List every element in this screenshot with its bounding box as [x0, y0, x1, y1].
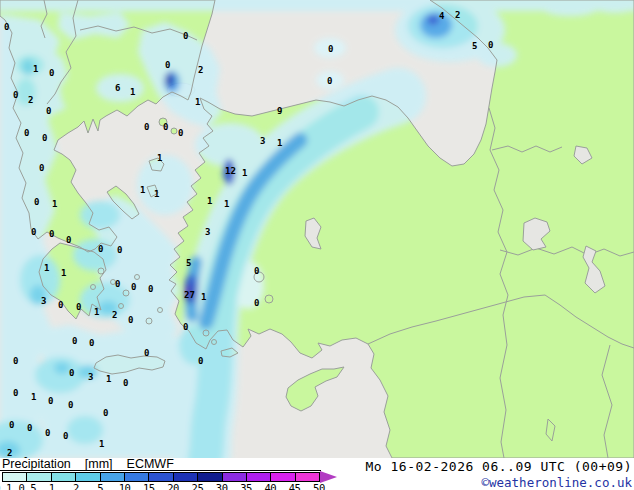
legend-bar: Precipitation [mm] ECMWF 0.10.5125101520… [0, 458, 634, 490]
value-label: 0 [115, 279, 120, 289]
value-label: 0 [46, 106, 51, 116]
value-label: 1 [44, 263, 49, 273]
value-label: 0 [48, 396, 53, 406]
value-label: 0 [128, 315, 133, 325]
legend-tick-label: 45 [289, 482, 301, 490]
value-label: 0 [328, 44, 333, 54]
value-label: 0 [254, 298, 259, 308]
legend-tick-label: 1 [49, 482, 55, 490]
value-label: 0 [34, 197, 39, 207]
value-label: 0 [89, 338, 94, 348]
value-label: 0 [144, 348, 149, 358]
value-label: 1 [195, 97, 200, 107]
value-label: 0 [27, 423, 32, 433]
value-label: 2 [112, 310, 117, 320]
value-label: 1 [207, 196, 212, 206]
value-label: 0 [183, 322, 188, 332]
value-label: 0 [163, 122, 168, 132]
value-label: 1 [154, 189, 159, 199]
value-label: 1 [94, 307, 99, 317]
value-label: 0 [198, 356, 203, 366]
value-label: 0 [144, 122, 149, 132]
value-label: 9 [277, 106, 282, 116]
value-label: 27 [184, 290, 195, 300]
legend-underline [0, 470, 321, 471]
legend-color-segment [124, 473, 148, 481]
value-label: 0 [178, 128, 183, 138]
footer-copyright: ©weatheronline.co.uk [481, 475, 632, 490]
value-label: 0 [45, 428, 50, 438]
value-label: 0 [117, 245, 122, 255]
value-label: 0 [76, 302, 81, 312]
value-label: 1 [224, 199, 229, 209]
value-label: 3 [88, 372, 93, 382]
value-label: 1 [61, 268, 66, 278]
value-label: 3 [41, 296, 46, 306]
value-label: 1 [157, 153, 162, 163]
value-label: 1 [33, 64, 38, 74]
value-label: 4 [439, 11, 445, 21]
legend-tick-label: 50 [313, 482, 325, 490]
value-label: 0 [488, 40, 493, 50]
value-label: 0 [183, 31, 188, 41]
footer-datetime: Mo 16-02-2026 06..09 UTC (00+09) [366, 459, 632, 474]
legend-color-segment [26, 473, 50, 481]
value-label: 0 [9, 420, 14, 430]
value-label: 0 [68, 400, 73, 410]
legend-color-segment [270, 473, 294, 481]
value-label: 1 [31, 392, 36, 402]
value-label: 0 [123, 378, 128, 388]
value-label: 0 [24, 128, 29, 138]
legend-color-segment [222, 473, 246, 481]
value-label: 5 [472, 41, 477, 51]
legend-ticks: 0.10.5125101520253035404550 [0, 482, 360, 490]
value-label: 0 [13, 356, 18, 366]
value-label: 3 [260, 136, 265, 146]
value-label: 0 [63, 431, 68, 441]
legend-tick-label: 35 [240, 482, 252, 490]
value-label: 0 [72, 336, 77, 346]
legend-tick-label: 0.5 [19, 482, 36, 490]
value-label: 6 [115, 83, 120, 93]
value-label: 0 [327, 76, 332, 86]
value-label: 0 [98, 244, 103, 254]
value-label: 0 [66, 235, 71, 245]
value-label: 1 [242, 168, 247, 178]
legend-tick-label: 20 [167, 482, 179, 490]
legend-tick-label: 2 [73, 482, 79, 490]
legend-tick-label: 40 [264, 482, 276, 490]
value-label: 0 [69, 368, 74, 378]
legend-color-segment [51, 473, 75, 481]
value-label: 0 [13, 388, 18, 398]
value-label: 5 [186, 258, 191, 268]
value-label: 0 [13, 90, 18, 100]
value-label: 0 [58, 300, 63, 310]
legend-color-segment [148, 473, 172, 481]
value-label: 1 [106, 374, 111, 384]
value-label: 0 [49, 68, 54, 78]
legend-color-segment [173, 473, 197, 481]
legend-tick-label: 10 [119, 482, 131, 490]
legend-color-segment [246, 473, 270, 481]
value-label: 2 [198, 65, 203, 75]
value-label: 1 [130, 87, 135, 97]
legend-tick-label: 15 [143, 482, 155, 490]
legend-color-segment [100, 473, 124, 481]
value-label: 0 [165, 60, 170, 70]
legend-tick-label: 0.1 [0, 482, 12, 490]
value-label: 1 [140, 185, 145, 195]
value-label: 0 [254, 266, 259, 276]
legend-tick-label: 30 [216, 482, 228, 490]
value-label: 1 [201, 292, 206, 302]
legend-tick-label: 25 [192, 482, 204, 490]
value-label: 3 [205, 227, 210, 237]
legend-unit: [mm] [85, 458, 113, 470]
value-label: 0 [49, 229, 54, 239]
value-label: 0 [39, 163, 44, 173]
value-label: 1 [277, 138, 282, 148]
value-label: 0 [42, 133, 47, 143]
value-label: 0 [103, 408, 108, 418]
legend-color-segment [75, 473, 99, 481]
legend-tick-label: 5 [97, 482, 103, 490]
value-label: 2 [28, 95, 33, 105]
